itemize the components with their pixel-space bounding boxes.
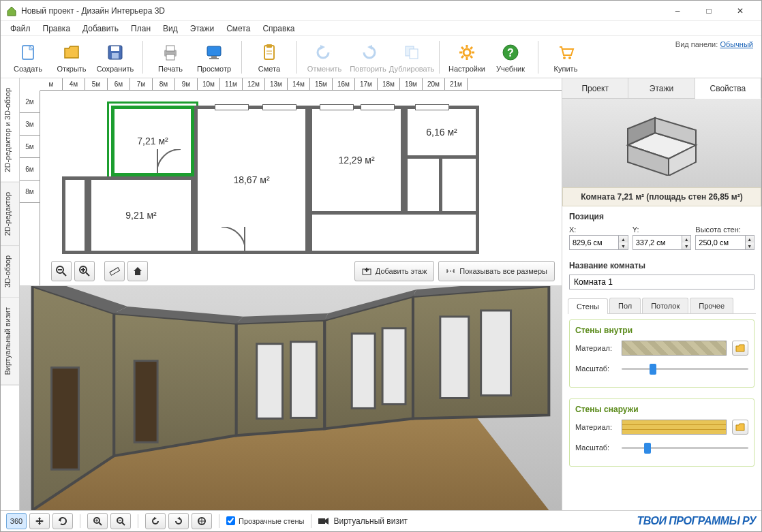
virtual-visit-button[interactable]: Виртуальный визит [318, 516, 408, 526]
view-3d[interactable] [20, 286, 562, 510]
bottom-toolbar: 360 Прозрачные стены Виртуальный визит Т… [1, 510, 761, 531]
height-input[interactable]: ▲▼ [695, 235, 755, 250]
room[interactable]: 9,21 м² [88, 176, 194, 254]
home-button[interactable] [127, 261, 148, 281]
close-button[interactable]: ✕ [725, 1, 756, 21]
svg-line-27 [470, 47, 472, 49]
menu-Правка[interactable]: Правка [37, 22, 76, 35]
room[interactable]: 12,29 м² [309, 106, 404, 215]
zoom-in-button[interactable] [74, 261, 95, 281]
disk-icon [106, 42, 125, 63]
transparent-walls-checkbox[interactable]: Прозрачные стены [226, 516, 304, 525]
svg-rect-86 [318, 518, 325, 524]
redo-3d-button[interactable] [168, 513, 189, 529]
scale-slider-inside[interactable] [622, 361, 748, 376]
room[interactable]: 18,67 м² [194, 106, 309, 254]
menu-Смета[interactable]: Смета [221, 22, 256, 35]
menubar: ФайлПравкаДобавитьПланВидЭтажиСметаСправ… [1, 21, 761, 36]
titlebar: Новый проект - Дизайн Интерьера 3D – □ ✕ [1, 1, 761, 21]
room-name-input[interactable] [569, 275, 755, 290]
y-input[interactable]: ▲▼ [633, 235, 692, 250]
svg-marker-15 [320, 45, 325, 50]
subtab-Стены[interactable]: Стены [568, 298, 608, 314]
toolbar-estimate-button[interactable]: Смета [247, 38, 291, 76]
toolbar-save-button[interactable]: Сохранить [93, 38, 137, 76]
toolbar-buy-button[interactable]: Купить [544, 38, 588, 76]
corridor[interactable] [309, 215, 479, 254]
plan-2d[interactable]: м4м5м6м7м8м9м10м11м12м13м14м15м16м17м18м… [20, 78, 562, 286]
side-tab-0[interactable]: 2D-редактор и 3D-обзор [1, 78, 19, 183]
svg-rect-58 [382, 328, 406, 405]
walls-outside-title: Стены снаружи [575, 405, 748, 414]
toolbar-print-button[interactable]: Печать [149, 38, 192, 76]
properties-panel: ПроектЭтажиСвойства Комната 7,21 м² (пло… [562, 78, 761, 510]
maximize-button[interactable]: □ [693, 1, 725, 21]
right-tab-Этажи[interactable]: Этажи [628, 78, 695, 98]
menu-Справка[interactable]: Справка [257, 22, 300, 35]
material-swatch-inside[interactable] [622, 341, 727, 356]
svg-rect-18 [410, 49, 418, 59]
room[interactable]: 6,16 м² [404, 106, 479, 159]
side-tab-2[interactable]: 3D-обзор [1, 246, 19, 298]
svg-rect-56 [291, 342, 317, 418]
folder-icon [62, 42, 81, 63]
svg-rect-60 [481, 311, 511, 396]
svg-rect-62 [134, 361, 157, 443]
svg-text:?: ? [507, 47, 514, 59]
app-icon [6, 5, 17, 16]
reset-view-button[interactable] [192, 513, 212, 529]
walls-inside-title: Стены внутри [575, 326, 748, 335]
zoom-in-3d-button[interactable] [87, 513, 108, 529]
show-dimensions-button[interactable]: Показывать все размеры [438, 261, 555, 281]
toolbar-open-button[interactable]: Открыть [50, 38, 93, 76]
undo-icon [315, 42, 334, 63]
room-name-section: Название комнаты [562, 255, 761, 295]
room-small[interactable] [404, 159, 442, 215]
panel-mode: Вид панели: Обычный [675, 40, 753, 48]
svg-rect-4 [112, 53, 119, 59]
menu-Вид[interactable]: Вид [157, 22, 183, 35]
toolbar-create-button[interactable]: Создать [6, 38, 50, 76]
side-tab-3[interactable]: Виртуальный визит [1, 298, 19, 386]
material-browse-button[interactable] [732, 420, 748, 435]
room-small[interactable] [442, 159, 479, 215]
right-tab-Проект[interactable]: Проект [562, 78, 628, 98]
zoom-out-3d-button[interactable] [110, 513, 131, 529]
svg-line-26 [461, 56, 463, 58]
redo-icon [359, 42, 378, 63]
undo-3d-button[interactable] [145, 513, 166, 529]
svg-marker-42 [134, 267, 142, 275]
x-input[interactable]: ▲▼ [569, 235, 628, 250]
zoom-out-button[interactable] [51, 261, 72, 281]
side-tabs: 2D-редактор и 3D-обзор2D-редактор3D-обзо… [1, 78, 20, 510]
material-swatch-outside[interactable] [622, 420, 727, 435]
add-floor-button[interactable]: Добавить этаж [354, 261, 434, 281]
rotate-button[interactable] [52, 513, 73, 529]
room-stub[interactable] [62, 176, 88, 254]
svg-point-31 [568, 57, 571, 59]
menu-Файл[interactable]: Файл [5, 22, 36, 35]
toolbar-preview-button[interactable]: Просмотр [192, 38, 236, 76]
pan-button[interactable] [29, 513, 50, 529]
right-tab-Свойства[interactable]: Свойства [695, 78, 761, 99]
menu-Добавить[interactable]: Добавить [77, 22, 124, 35]
monitor-icon [204, 42, 224, 63]
side-tab-1[interactable]: 2D-редактор [1, 183, 19, 246]
menu-Этажи[interactable]: Этажи [185, 22, 219, 35]
toolbar-help-button[interactable]: ?Учебник [489, 38, 532, 76]
material-browse-button[interactable] [732, 341, 748, 356]
subtab-Прочее[interactable]: Прочее [690, 298, 733, 313]
scale-slider-outside[interactable] [622, 440, 748, 455]
room-selected[interactable]: 7,21 м² [111, 106, 194, 176]
toolbar-settings-button[interactable]: Настройки [445, 38, 489, 76]
menu-План[interactable]: План [125, 22, 156, 35]
subtab-Потолок[interactable]: Потолок [642, 298, 688, 313]
svg-marker-0 [7, 7, 16, 16]
orbit-360-button[interactable]: 360 [6, 513, 27, 529]
subtab-Пол[interactable]: Пол [609, 298, 641, 313]
measure-button[interactable] [104, 261, 125, 281]
x-label: X: [569, 225, 628, 234]
minimize-button[interactable]: – [662, 1, 693, 21]
svg-line-79 [122, 522, 125, 525]
panel-mode-link[interactable]: Обычный [720, 40, 753, 48]
